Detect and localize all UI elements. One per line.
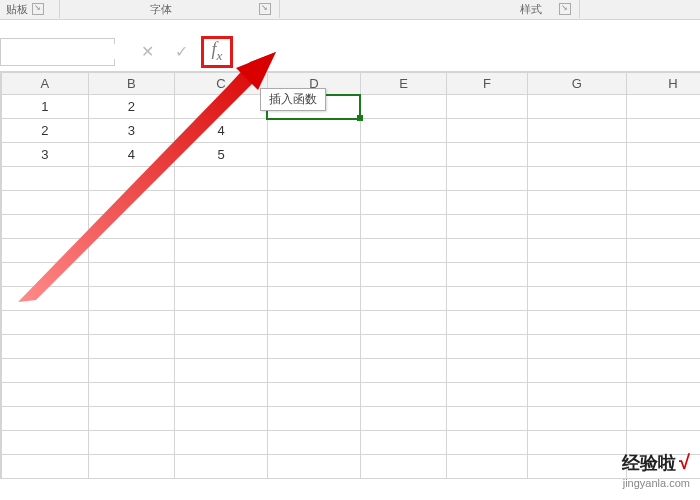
col-header[interactable]: C <box>175 73 268 95</box>
cell[interactable] <box>360 119 447 143</box>
cancel-button[interactable]: ✕ <box>133 38 161 66</box>
col-header[interactable]: F <box>447 73 527 95</box>
cell[interactable] <box>447 95 527 119</box>
check-icon: ✓ <box>175 42 188 61</box>
cell[interactable] <box>447 143 527 167</box>
dialog-launcher-icon[interactable] <box>559 3 571 15</box>
cell[interactable] <box>267 119 360 143</box>
ribbon-group-font: 字体 <box>60 0 280 18</box>
table-row <box>1 191 701 215</box>
table-row <box>1 359 701 383</box>
table-row <box>1 431 701 455</box>
cell[interactable]: 4 <box>88 143 175 167</box>
fx-icon: fx <box>212 39 223 64</box>
cell[interactable]: 5 <box>175 143 268 167</box>
enter-button[interactable]: ✓ <box>167 38 195 66</box>
insert-function-button[interactable]: fx <box>201 36 233 68</box>
cell[interactable] <box>447 119 527 143</box>
table-row <box>1 239 701 263</box>
formula-input[interactable] <box>233 38 700 66</box>
grid-body: 1 2 3 2 3 4 3 <box>1 95 701 479</box>
watermark-url: jingyanla.com <box>622 476 690 490</box>
table-row <box>1 263 701 287</box>
cell[interactable]: 1 <box>2 95 89 119</box>
formula-buttons: ✕ ✓ fx <box>133 36 233 68</box>
ribbon: 贴板 字体 样式 <box>0 0 700 20</box>
ribbon-label-clipboard: 贴板 <box>6 2 28 17</box>
cell[interactable] <box>527 143 627 167</box>
spreadsheet-grid[interactable]: A B C D E F G H 1 2 3 <box>0 72 700 479</box>
dialog-launcher-icon[interactable] <box>32 3 44 15</box>
table-row: 3 4 5 <box>1 143 701 167</box>
formula-bar: ▼ ✕ ✓ fx <box>0 32 700 72</box>
table-row <box>1 455 701 479</box>
watermark: 经验啦 √ jingyanla.com <box>622 449 690 490</box>
dialog-launcher-icon[interactable] <box>259 3 271 15</box>
ribbon-label-font: 字体 <box>150 2 172 17</box>
table-row <box>1 311 701 335</box>
col-header[interactable]: G <box>527 73 627 95</box>
column-header-row: A B C D E F G H <box>1 73 701 95</box>
cell[interactable]: 3 <box>175 95 268 119</box>
cell[interactable] <box>360 95 447 119</box>
cell[interactable]: 3 <box>88 119 175 143</box>
close-icon: ✕ <box>141 42 154 61</box>
ribbon-group-clipboard: 贴板 <box>0 0 60 18</box>
cell[interactable]: 2 <box>2 119 89 143</box>
col-header[interactable]: A <box>2 73 89 95</box>
table-row <box>1 167 701 191</box>
cell[interactable] <box>527 119 627 143</box>
watermark-brand: 经验啦 <box>622 453 676 473</box>
col-header[interactable]: H <box>627 73 700 95</box>
ribbon-label-styles: 样式 <box>520 2 542 17</box>
col-header[interactable]: E <box>360 73 447 95</box>
table-row <box>1 383 701 407</box>
table-row: 1 2 3 <box>1 95 701 119</box>
table-row <box>1 215 701 239</box>
col-header[interactable]: B <box>88 73 175 95</box>
cell[interactable] <box>267 143 360 167</box>
cell[interactable] <box>627 95 700 119</box>
table-row <box>1 287 701 311</box>
cell[interactable] <box>527 95 627 119</box>
table-row <box>1 407 701 431</box>
ribbon-group-styles: 样式 <box>280 0 580 18</box>
cell[interactable]: 3 <box>2 143 89 167</box>
table-row: 2 3 4 <box>1 119 701 143</box>
insert-function-tooltip: 插入函数 <box>260 88 326 111</box>
cell[interactable] <box>627 143 700 167</box>
cell[interactable]: 4 <box>175 119 268 143</box>
watermark-check-icon: √ <box>679 451 690 473</box>
cell[interactable] <box>627 119 700 143</box>
cell[interactable]: 2 <box>88 95 175 119</box>
cell[interactable] <box>360 143 447 167</box>
name-box[interactable]: ▼ <box>0 38 115 66</box>
table-row <box>1 335 701 359</box>
